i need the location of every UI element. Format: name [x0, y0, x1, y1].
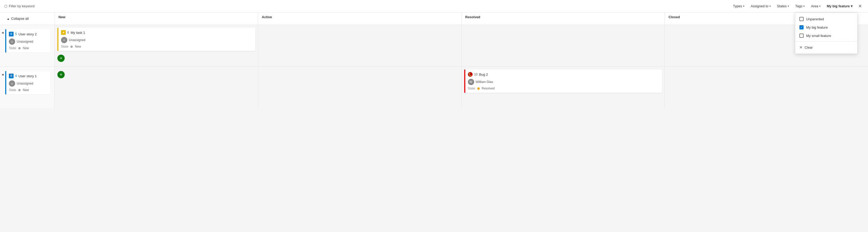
checkbox-mybigfeature[interactable]: ✓ [799, 25, 804, 29]
story1-assignee: Unassigned [17, 82, 33, 85]
add-task-button-story2-new[interactable]: + [57, 54, 65, 62]
bug-state-row: State Resolved [468, 87, 660, 90]
bug-num: 10 [474, 73, 477, 76]
col-header-active: Active [258, 12, 462, 25]
story2-col-new: ★ 6 My task 1 ☺ Unassigned State [55, 25, 258, 67]
avatar: ☺ [61, 37, 67, 43]
story2-state: New [23, 46, 29, 50]
clear-label: Clear [805, 45, 813, 49]
sidebar-story2: ◀ ☰ 5 User story 2 ☺ Unassigned State [0, 25, 55, 67]
bug-state: Resolved [482, 87, 495, 90]
col-header-new: New [55, 12, 258, 25]
avatar: W [468, 79, 474, 85]
task-state: New [75, 45, 81, 48]
task-header: ★ 6 My task 1 [61, 30, 253, 35]
tags-filter-button[interactable]: Tags ▾ [793, 3, 807, 9]
dropdown-label-unparented: Unparented [806, 17, 824, 21]
bug-assignee-row: W William Glas [468, 79, 660, 85]
area-filter-button[interactable]: Area ▾ [808, 3, 823, 9]
board-row-story1: ◀ ☰ 4 User story 1 ☺ Unassigned State [0, 67, 868, 109]
bug-icon: 🐛 [468, 72, 473, 77]
state-dot-new [18, 47, 21, 49]
story1-col-new: + [55, 67, 258, 109]
avatar: ☺ [9, 80, 15, 87]
chevron-down-icon: ▾ [743, 5, 744, 7]
board-body: ◀ ☰ 5 User story 2 ☺ Unassigned State [0, 25, 868, 232]
story2-col-active [258, 25, 462, 67]
board-header-row: ▲ Collapse all New Active Resolved Close… [0, 12, 868, 25]
checkbox-mysmallfeature[interactable] [799, 34, 804, 38]
task-num: 6 [67, 31, 69, 34]
story1-assignee-row: ☺ Unassigned [9, 80, 48, 87]
story1-state: New [23, 88, 29, 92]
story1-state-row: State New [9, 88, 48, 92]
x-icon: ✕ [799, 45, 803, 49]
feature-dropdown-panel: Unparented ✓ My big feature My small fea… [795, 12, 858, 54]
filter-bar: ⬡ Filter by keyword Types ▾ Assigned to … [0, 0, 868, 12]
task-assignee: Unassigned [69, 38, 85, 42]
types-filter-button[interactable]: Types ▾ [730, 3, 747, 9]
story2-number: 5 [15, 32, 17, 36]
state-dot-new [70, 45, 73, 48]
story1-number: 4 [15, 74, 17, 78]
sidebar-story1: ◀ ☰ 4 User story 1 ☺ Unassigned State [0, 67, 55, 109]
story-item-2: ◀ ☰ 5 User story 2 ☺ Unassigned State [5, 29, 50, 52]
task-card-mytask1: ★ 6 My task 1 ☺ Unassigned State [57, 28, 255, 51]
dropdown-divider [795, 41, 857, 42]
main-container: ▲ Collapse all New Active Resolved Close… [0, 12, 868, 232]
story2-header: ☰ 5 User story 2 [9, 32, 48, 36]
funnel-icon: ⬡ [4, 4, 7, 8]
story1-header: ☰ 4 User story 1 [9, 74, 48, 78]
dropdown-item-mybigfeature[interactable]: ✓ My big feature [795, 23, 857, 32]
bug-assignee: William Glas [476, 80, 493, 84]
task-assignee-row: ☺ Unassigned [61, 37, 253, 43]
story2-assignee: Unassigned [17, 40, 33, 43]
story-icon: ☰ [9, 74, 13, 78]
story1-col-closed [665, 67, 868, 109]
add-task-button-story1-new[interactable]: + [57, 71, 65, 78]
story1-col-resolved: 🐛 10 Bug 2 W William Glas State [462, 67, 665, 109]
state-dot-new [18, 89, 21, 91]
checkbox-unparented[interactable] [799, 17, 804, 21]
feature-filter-button[interactable]: My big feature ▾ [824, 3, 855, 9]
board-row-story2: ◀ ☰ 5 User story 2 ☺ Unassigned State [0, 25, 868, 67]
assigned-to-filter-button[interactable]: Assigned to ▾ [748, 3, 773, 9]
bug-title: Bug 2 [479, 73, 488, 76]
dropdown-label-mysmallfeature: My small feature [806, 34, 831, 38]
story2-board-cols: ★ 6 My task 1 ☺ Unassigned State [55, 25, 868, 67]
task-state-row: State New [61, 45, 253, 48]
dropdown-clear-button[interactable]: ✕ Clear [795, 43, 857, 51]
task-title: My task 1 [71, 31, 85, 35]
chevron-down-icon: ▾ [803, 5, 805, 7]
state-dot-resolved [477, 87, 479, 90]
story2-col-resolved [462, 25, 665, 67]
states-filter-button[interactable]: States ▾ [774, 3, 792, 9]
story2-assignee-row: ☺ Unassigned [9, 38, 48, 45]
column-headers: New Active Resolved Closed [55, 12, 868, 25]
story-item-1: ◀ ☰ 4 User story 1 ☺ Unassigned State [5, 71, 50, 94]
bug-task-header: 🐛 10 Bug 2 [468, 72, 660, 77]
chevron-down-icon: ▾ [851, 4, 852, 8]
story2-state-row: State New [9, 46, 48, 50]
chevron-down-icon: ▾ [819, 5, 820, 7]
filter-keyword-label: Filter by keyword [9, 4, 34, 8]
col-header-resolved: Resolved [462, 12, 665, 25]
close-filter-button[interactable]: ✕ [856, 3, 864, 10]
story-icon: ☰ [9, 32, 13, 36]
filter-right: Types ▾ Assigned to ▾ States ▾ Tags ▾ Ar… [730, 3, 864, 10]
dropdown-item-mysmallfeature[interactable]: My small feature [795, 32, 857, 40]
story1-col-active [258, 67, 462, 109]
dropdown-label-mybigfeature: My big feature [806, 26, 828, 29]
collapse-caret-icon: ▲ [7, 17, 10, 20]
collapse-all-button[interactable]: ▲ Collapse all [4, 15, 51, 22]
chevron-down-icon: ▾ [788, 5, 789, 7]
avatar: ☺ [9, 38, 15, 45]
story2-title: User story 2 [19, 32, 37, 36]
task-card-bug2: 🐛 10 Bug 2 W William Glas State [464, 70, 662, 93]
task-icon: ★ [61, 30, 66, 35]
filter-keyword: ⬡ Filter by keyword [4, 4, 728, 8]
chevron-down-icon: ▾ [769, 5, 771, 7]
story1-title: User story 1 [19, 74, 37, 78]
dropdown-item-unparented[interactable]: Unparented [795, 15, 857, 23]
sidebar-header-space: ▲ Collapse all [0, 12, 55, 25]
